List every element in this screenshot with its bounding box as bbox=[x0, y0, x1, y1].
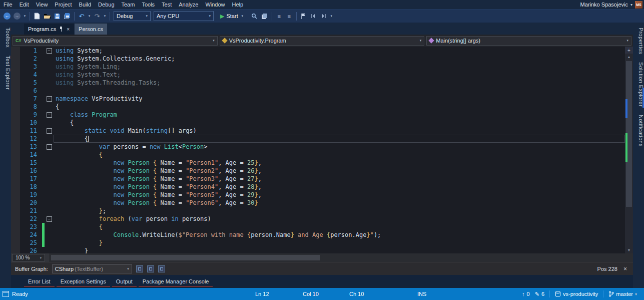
breakpoint-margin[interactable] bbox=[11, 207, 20, 215]
scrollbar-track[interactable] bbox=[625, 60, 633, 247]
find-in-files-button[interactable] bbox=[250, 12, 259, 21]
code-text[interactable]: { bbox=[54, 223, 625, 231]
code-line[interactable]: 24 Console.WriteLine($"Person with name … bbox=[11, 231, 625, 239]
solution-platforms-dropdown[interactable]: Any CPU ▾ bbox=[154, 11, 214, 21]
menu-item-window[interactable]: Window bbox=[202, 0, 228, 9]
panel-tab-exception-settings[interactable]: Exception Settings bbox=[57, 276, 110, 287]
code-editor[interactable]: 1−using System;2using System.Collections… bbox=[11, 47, 633, 253]
menu-item-edit[interactable]: Edit bbox=[16, 0, 33, 9]
code-line[interactable]: 9− class Program bbox=[11, 111, 625, 119]
undo-button[interactable]: ↶ bbox=[77, 12, 86, 21]
code-text[interactable]: { bbox=[54, 119, 625, 127]
breakpoint-margin[interactable] bbox=[11, 103, 20, 111]
code-text[interactable]: using System.Text; bbox=[54, 71, 625, 79]
sidebar-tab-toolbox[interactable]: Toolbox bbox=[0, 25, 11, 51]
scroll-up-icon[interactable]: ▲ bbox=[625, 54, 633, 60]
breakpoint-margin[interactable] bbox=[11, 223, 20, 231]
sidebar-tab-notifications[interactable]: Notifications bbox=[633, 112, 644, 150]
redo-button[interactable]: ↷ bbox=[93, 12, 102, 21]
code-line[interactable]: 23 { bbox=[11, 223, 625, 231]
code-text[interactable]: new Person { Name = "Person4", Age = 28}… bbox=[54, 183, 625, 191]
save-button[interactable] bbox=[53, 12, 62, 21]
fold-collapse-icon[interactable]: − bbox=[47, 96, 52, 102]
breakpoint-margin[interactable] bbox=[11, 119, 20, 127]
code-text[interactable]: static void Main(string[] args) bbox=[54, 127, 625, 135]
code-text[interactable]: using System; bbox=[54, 47, 625, 55]
increase-indent-button[interactable]: ≡ bbox=[285, 12, 294, 21]
breakpoint-margin[interactable] bbox=[11, 79, 20, 87]
undo-dropdown-caret[interactable]: ▾ bbox=[87, 14, 92, 18]
panel-tab-output[interactable]: Output bbox=[112, 276, 137, 287]
close-icon[interactable]: × bbox=[621, 265, 629, 272]
solution-explorer-sync-button[interactable] bbox=[260, 12, 269, 21]
code-line[interactable]: 10 { bbox=[11, 119, 625, 127]
code-text[interactable]: new Person { Name = "Person2", Age = 26}… bbox=[54, 167, 625, 175]
fold-collapse-icon[interactable]: − bbox=[47, 216, 52, 222]
breakpoint-margin[interactable] bbox=[11, 151, 20, 159]
breakpoint-margin[interactable] bbox=[11, 183, 20, 191]
breakpoint-margin[interactable] bbox=[11, 95, 20, 103]
member-dropdown[interactable]: Main(string[] args) ▾ bbox=[426, 36, 631, 46]
code-text[interactable]: foreach (var person in persons) bbox=[54, 215, 625, 223]
type-dropdown[interactable]: VsProductivity.Program ▾ bbox=[220, 36, 425, 46]
menu-item-debug[interactable]: Debug bbox=[95, 0, 118, 9]
code-text[interactable] bbox=[54, 87, 625, 95]
navigation-dropdown-caret[interactable]: ▾ bbox=[23, 14, 27, 18]
code-line[interactable]: 7−namespace VsProductivity bbox=[11, 95, 625, 103]
buffer-graph-dropdown[interactable]: CSharp (TextBuffer) ▾ bbox=[52, 264, 132, 273]
breakpoint-margin[interactable] bbox=[11, 159, 20, 167]
pending-changes-button[interactable]: ✎ 6 bbox=[535, 291, 544, 297]
save-all-button[interactable] bbox=[63, 12, 72, 21]
panel-tab-package-manager-console[interactable]: Package Manager Console bbox=[139, 276, 213, 287]
breakpoint-margin[interactable] bbox=[11, 199, 20, 207]
sidebar-tab-properties[interactable]: Properties bbox=[633, 25, 644, 57]
code-line[interactable]: 18 new Person { Name = "Person4", Age = … bbox=[11, 183, 625, 191]
code-line[interactable]: 21 }; bbox=[11, 207, 625, 215]
toggle-bookmark-button[interactable] bbox=[299, 12, 308, 21]
code-line[interactable]: 4using System.Text; bbox=[11, 71, 625, 79]
breakpoint-margin[interactable] bbox=[11, 191, 20, 199]
vertical-scrollbar[interactable]: + ▲ ▼ bbox=[625, 47, 633, 253]
breakpoint-margin[interactable] bbox=[11, 63, 20, 71]
code-text[interactable]: new Person { Name = "Person5", Age = 29}… bbox=[54, 191, 625, 199]
buffer-graph-export-icon[interactable] bbox=[158, 265, 165, 272]
code-line[interactable]: 14 { bbox=[11, 151, 625, 159]
buffer-graph-windows-icon[interactable] bbox=[147, 265, 154, 272]
breakpoint-margin[interactable] bbox=[11, 167, 20, 175]
code-line[interactable]: 20 new Person { Name = "Person6", Age = … bbox=[11, 199, 625, 207]
fold-collapse-icon[interactable]: − bbox=[47, 128, 52, 134]
open-file-button[interactable] bbox=[43, 12, 52, 21]
breakpoint-margin[interactable] bbox=[11, 247, 20, 253]
editor-split-handle[interactable]: + bbox=[625, 47, 633, 54]
panel-tab-error-list[interactable]: Error List bbox=[24, 276, 55, 287]
breakpoint-margin[interactable] bbox=[11, 143, 20, 151]
unpushed-commits-button[interactable]: ↑ 0 bbox=[522, 291, 530, 297]
navigate-backward-button[interactable]: ← bbox=[3, 12, 12, 21]
menu-item-build[interactable]: Build bbox=[76, 0, 95, 9]
buffer-graph-refresh-icon[interactable] bbox=[136, 265, 143, 272]
menu-item-view[interactable]: View bbox=[33, 0, 52, 9]
code-line[interactable]: 1−using System; bbox=[11, 47, 625, 55]
fold-collapse-icon[interactable]: − bbox=[47, 144, 52, 150]
code-line[interactable]: 16 new Person { Name = "Person2", Age = … bbox=[11, 167, 625, 175]
breakpoint-margin[interactable] bbox=[11, 47, 20, 55]
horizontal-scrollbar-thumb[interactable] bbox=[51, 255, 320, 260]
code-line[interactable]: 22− foreach (var person in persons) bbox=[11, 215, 625, 223]
code-text[interactable]: Console.WriteLine($"Person with name {pe… bbox=[54, 231, 625, 239]
chevron-down-icon[interactable]: ▾ bbox=[630, 3, 632, 7]
code-line[interactable]: 25 } bbox=[11, 239, 625, 247]
start-debugging-button[interactable]: ▶ Start ▾ bbox=[217, 11, 248, 22]
code-text[interactable]: namespace VsProductivity bbox=[54, 95, 625, 103]
code-text[interactable]: new Person { Name = "Person3", Age = 27}… bbox=[54, 175, 625, 183]
next-bookmark-button[interactable] bbox=[319, 12, 328, 21]
code-text[interactable]: using System.Threading.Tasks; bbox=[54, 79, 625, 87]
decrease-indent-button[interactable]: ≡ bbox=[275, 12, 284, 21]
pin-icon[interactable] bbox=[59, 27, 63, 32]
code-text[interactable]: new Person { Name = "Person1", Age = 25}… bbox=[54, 159, 625, 167]
code-text[interactable]: using System.Linq; bbox=[54, 63, 625, 71]
menu-item-project[interactable]: Project bbox=[51, 0, 75, 9]
code-text[interactable]: using System.Collections.Generic; bbox=[54, 55, 625, 63]
code-line[interactable]: 6 bbox=[11, 87, 625, 95]
sidebar-tab-test-explorer[interactable]: Test Explorer bbox=[0, 53, 11, 93]
solution-configurations-dropdown[interactable]: Debug ▾ bbox=[114, 11, 151, 21]
